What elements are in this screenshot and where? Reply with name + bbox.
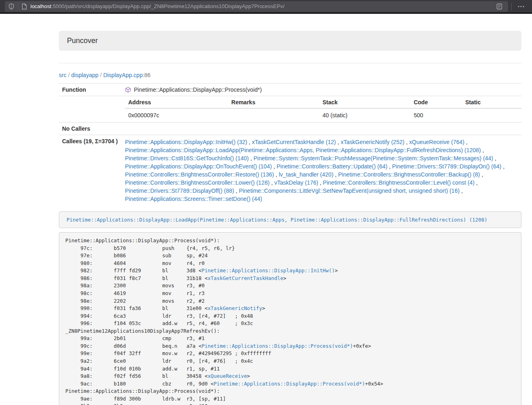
code-symbol-link[interactable]: xQueueReceive — [208, 373, 247, 379]
stats-value: 0x0000097c — [125, 108, 228, 122]
stats-value — [462, 108, 521, 122]
menu-dots-icon[interactable] — [515, 3, 527, 10]
callee-separator: , — [318, 179, 323, 186]
stats-value: 40 (static) — [319, 108, 411, 122]
callees-row-label: Callees (19, Σ=3704 ) — [59, 135, 122, 206]
callee-separator: , — [336, 139, 341, 145]
callee-separator: , — [464, 139, 467, 145]
code-symbol-link[interactable]: xTaskGenericNotify — [208, 305, 262, 311]
callee-link[interactable]: Pinetime::Components::LittleVgl::SetNewT… — [239, 187, 460, 194]
callees-list: Pinetime::Applications::DisplayApp::Init… — [122, 135, 521, 206]
callee-link[interactable]: Pinetime::Controllers::BrightnessControl… — [323, 179, 474, 186]
breadcrumb-separator: / — [67, 72, 71, 78]
stats-column-header: Code — [410, 96, 462, 108]
callee-separator: , — [405, 139, 409, 145]
callee-separator: , — [247, 139, 252, 145]
breadcrumb-link[interactable]: displayapp — [71, 72, 99, 78]
highlighted-symbol-panel: Pinetime::Applications::DisplayApp::Load… — [59, 211, 521, 228]
callee-separator: , — [460, 187, 463, 194]
callee-link[interactable]: Pinetime::Applications::DisplayApp::Init… — [125, 139, 247, 145]
stats-column-header: Address — [125, 96, 228, 108]
callee-link[interactable]: Pinetime::System::SystemTask::PushMessag… — [254, 155, 493, 162]
breadcrumb-link[interactable]: DisplayApp.cpp — [103, 72, 142, 78]
callee-link[interactable]: Pinetime::Applications::DisplayApp::OnTo… — [125, 163, 272, 170]
callee-link[interactable]: Pinetime::Drivers::St7789::DisplayOn() (… — [392, 163, 501, 170]
callee-separator: , — [334, 171, 338, 178]
breadcrumb-line-number: :86 — [143, 72, 151, 78]
callee-link[interactable]: Pinetime::Controllers::BrightnessControl… — [338, 171, 480, 178]
table-row-callees: Callees (19, Σ=3704 ) Pinetime::Applicat… — [59, 135, 521, 206]
callee-link[interactable]: Pinetime::Controllers::BrightnessControl… — [125, 171, 274, 178]
stats-value — [228, 108, 319, 122]
browser-toolbar: localhost:5000/path/src/displayapp/Displ… — [0, 0, 532, 14]
breadcrumb-link[interactable]: src — [59, 72, 67, 78]
function-table: Function Pinetime::Applications::Display… — [59, 83, 521, 206]
stats-column-header: Static — [462, 96, 521, 108]
callee-link[interactable]: Pinetime::Controllers::BrightnessControl… — [125, 179, 269, 186]
url-text[interactable]: localhost:5000/path/src/displayapp/Displ… — [30, 3, 284, 9]
url-host: localhost — [30, 3, 51, 9]
page-container: Puncover src/displayapp/DisplayApp.cpp:8… — [59, 31, 521, 405]
code-symbol-link[interactable]: xTaskGetCurrentTaskHandle — [208, 275, 284, 281]
callee-separator: , — [234, 187, 239, 194]
stats-column-header: Stack — [319, 96, 411, 108]
stats-header-row: AddressRemarksStackCodeStatic — [125, 96, 521, 108]
callee-separator: , — [474, 179, 478, 186]
callee-link[interactable]: xQueueReceive (764) — [409, 139, 464, 145]
code-symbol-link[interactable]: Pinetime::Applications::DisplayApp::Proc… — [202, 343, 353, 349]
callee-link[interactable]: xTaskGetCurrentTaskHandle (12) — [252, 139, 336, 145]
callee-link[interactable]: lv_task_handler (420) — [279, 171, 334, 178]
callee-link[interactable]: Pinetime::Controllers::Battery::Update()… — [277, 163, 388, 170]
url-bar[interactable]: localhost:5000/path/src/displayapp/Displ… — [5, 1, 508, 12]
function-row-label: Function — [59, 84, 122, 96]
callee-separator: , — [480, 171, 483, 178]
callee-link[interactable]: Pinetime::Applications::Screens::Timer::… — [125, 196, 262, 202]
app-header: Puncover — [59, 31, 521, 51]
callee-separator: , — [481, 147, 484, 153]
callee-separator: , — [274, 171, 279, 178]
stats-column-header: Remarks — [228, 96, 319, 108]
code-symbol-link[interactable]: Pinetime::Applications::DisplayApp::Proc… — [214, 381, 365, 387]
stats-table: AddressRemarksStackCodeStatic 0x0000097c… — [125, 96, 521, 122]
divider-rule — [59, 63, 521, 63]
stats-value-row: 0x0000097c40 (static)500 — [125, 108, 521, 122]
reader-mode-icon[interactable] — [494, 3, 505, 10]
table-row-stats: AddressRemarksStackCodeStatic 0x0000097c… — [59, 96, 521, 123]
disassembly-block: Pinetime::Applications::DisplayApp::Proc… — [59, 232, 521, 405]
table-row-callers: No Callers — [59, 123, 521, 135]
package-cube-icon — [125, 86, 131, 93]
highlighted-symbol-link[interactable]: Pinetime::Applications::DisplayApp::Load… — [67, 217, 487, 223]
shield-icon[interactable] — [8, 3, 15, 10]
callee-separator: , — [272, 163, 277, 170]
toolbar-divider — [511, 3, 512, 10]
callee-link[interactable]: Pinetime::Drivers::St7789::DisplayOff() … — [125, 187, 234, 194]
callee-link[interactable]: xTaskGenericNotify (252) — [340, 139, 404, 145]
callee-separator: , — [493, 155, 496, 162]
stats-value: 500 — [410, 108, 462, 122]
table-row-function: Function Pinetime::Applications::Display… — [59, 84, 521, 96]
callee-link[interactable]: vTaskDelay (176) — [274, 179, 318, 186]
callee-link[interactable]: Pinetime::Applications::DisplayApp::Load… — [125, 147, 481, 153]
urlbar-divider — [18, 3, 18, 10]
breadcrumb: src/displayapp/DisplayApp.cpp:86 — [59, 72, 521, 78]
page-title: Puncover — [67, 37, 98, 45]
callee-separator: , — [249, 155, 254, 162]
function-name: Pinetime::Applications::DisplayApp::Proc… — [134, 86, 262, 93]
page-icon[interactable] — [22, 3, 27, 10]
callee-separator: , — [388, 163, 392, 170]
callee-link[interactable]: Pinetime::Drivers::Cst816S::GetTouchInfo… — [125, 155, 249, 162]
code-symbol-link[interactable]: Pinetime::Applications::DisplayApp::Init… — [202, 267, 335, 274]
callee-separator: , — [269, 179, 274, 186]
callers-row-label: No Callers — [59, 123, 122, 135]
callee-separator: , — [502, 163, 505, 170]
breadcrumb-separator: / — [99, 72, 103, 78]
url-path: :5000/path/src/displayapp/DisplayApp.cpp… — [51, 3, 284, 9]
